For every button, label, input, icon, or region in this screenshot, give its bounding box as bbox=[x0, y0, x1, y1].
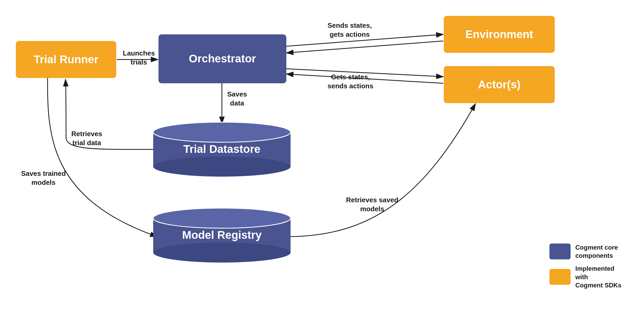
legend-item-sdk: Implemented withCogment SDKs bbox=[549, 264, 623, 289]
trial-runner-box: Trial Runner bbox=[16, 41, 116, 78]
launches-trials-label: Launchestrials bbox=[123, 49, 155, 67]
orchestrator-label: Orchestrator bbox=[189, 52, 256, 65]
model-registry-box: Model Registry bbox=[153, 208, 291, 263]
retrieves-trial-data-label: Retrievestrial data bbox=[71, 130, 102, 148]
trial-runner-label: Trial Runner bbox=[34, 53, 98, 66]
retrieves-saved-models-label: Retrieves savedmodels bbox=[346, 196, 398, 214]
actors-box: Actor(s) bbox=[444, 66, 555, 103]
legend-box-core bbox=[549, 244, 571, 259]
saves-trained-models-label: Saves trainedmodels bbox=[21, 169, 66, 187]
legend-label-core: Cogment corecomponents bbox=[575, 243, 618, 260]
environment-box: Environment bbox=[444, 16, 555, 53]
saves-data-label: Savesdata bbox=[227, 90, 247, 108]
svg-line-4 bbox=[286, 41, 443, 53]
svg-text:Model Registry: Model Registry bbox=[182, 229, 262, 241]
legend-box-sdk bbox=[549, 269, 571, 285]
diagram-container: Trial Runner Orchestrator Environment Ac… bbox=[0, 0, 644, 321]
sends-states-label: Sends states,gets actions bbox=[328, 21, 372, 39]
trial-datastore-box: Trial Datastore bbox=[153, 122, 291, 177]
legend: Cogment corecomponents Implemented withC… bbox=[549, 243, 623, 289]
svg-point-9 bbox=[153, 157, 291, 177]
legend-label-sdk: Implemented withCogment SDKs bbox=[575, 264, 623, 289]
environment-label: Environment bbox=[465, 28, 533, 41]
legend-item-core: Cogment corecomponents bbox=[549, 243, 623, 260]
gets-states-label: Gets states,sends actions bbox=[328, 73, 373, 91]
svg-point-14 bbox=[153, 242, 291, 263]
orchestrator-box: Orchestrator bbox=[158, 34, 286, 83]
actors-label: Actor(s) bbox=[478, 78, 520, 91]
svg-text:Trial Datastore: Trial Datastore bbox=[183, 143, 260, 155]
